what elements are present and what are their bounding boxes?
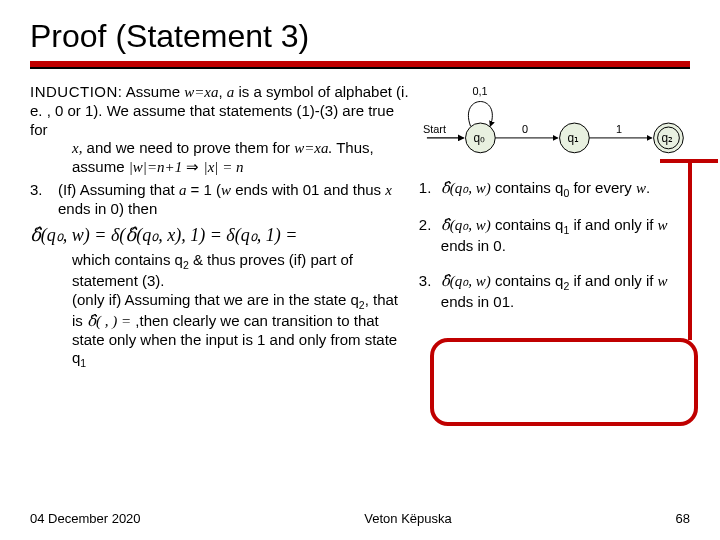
t: ends in 0. (441, 237, 506, 254)
n: 2. (419, 216, 441, 256)
t: . (646, 179, 650, 196)
start-label: Start (423, 123, 446, 135)
automaton-svg: Start q₀ 0,1 0 q₁ 1 (419, 83, 696, 175)
imp: ⇒ (182, 158, 203, 175)
wxa: w=xa (184, 84, 218, 100)
t: ends in 0) then (58, 200, 157, 217)
dh: δ̂(q₀, w) (441, 180, 491, 196)
b: δ̂(q₀, w) contains q0 for every w. (441, 179, 696, 200)
dhat-inline: δ̂( , ) = (87, 313, 131, 329)
w: w (658, 217, 668, 233)
t: if and only if (569, 272, 657, 289)
t: contains q (491, 179, 564, 196)
dh: δ̂(q₀, w) (441, 273, 491, 289)
slide-footer: 04 December 2020 Veton Këpuska 68 (30, 511, 690, 526)
automaton-diagram: Start q₀ 0,1 0 q₁ 1 (419, 83, 696, 175)
item-3: 3. (If) Assuming that a = 1 (w ends with… (30, 181, 413, 219)
t: contains q (491, 216, 564, 233)
x: x (385, 182, 392, 198)
right-column: Start q₀ 0,1 0 q₁ 1 (419, 83, 696, 370)
q0-label: q₀ (473, 131, 485, 145)
induction-label: INDUCTION: (30, 83, 123, 100)
title-rule (30, 61, 690, 69)
edge-01: 0,1 (472, 85, 487, 97)
item-3-body: (If) Assuming that a = 1 (w ends with 01… (58, 181, 413, 219)
statement-1: 1. δ̂(q₀, w) contains q0 for every w. (419, 179, 696, 200)
q2-label: q₂ (661, 131, 673, 145)
statement-2: 2. δ̂(q₀, w) contains q1 if and only if … (419, 216, 696, 256)
q1-label: q₁ (567, 131, 579, 145)
t: which contains q (72, 251, 183, 268)
sub: 1 (80, 357, 86, 369)
edge-0: 0 (522, 123, 528, 135)
induction-paragraph: INDUCTION: Assume w=xa, a is a symbol of… (30, 83, 413, 177)
t: for every (569, 179, 636, 196)
w: w (221, 182, 231, 198)
abs1: |w|=n+1 (129, 159, 183, 175)
b: δ̂(q₀, w) contains q1 if and only if w e… (441, 216, 696, 256)
after-eq: which contains q2 & thus proves (if) par… (30, 251, 413, 371)
t: ends with 01 and thus (231, 181, 385, 198)
n: 3. (419, 272, 441, 312)
edge-1: 1 (616, 123, 622, 135)
item-3-number: 3. (30, 181, 58, 219)
t: and we need to prove them for (82, 139, 294, 156)
left-column: INDUCTION: Assume w=xa, a is a symbol of… (30, 83, 419, 370)
footer-date: 04 December 2020 (30, 511, 141, 526)
statements-list: 1. δ̂(q₀, w) contains q0 for every w. 2.… (419, 179, 696, 312)
t: , (219, 83, 227, 100)
b: δ̂(q₀, w) contains q2 if and only if w e… (441, 272, 696, 312)
content-area: INDUCTION: Assume w=xa, a is a symbol of… (30, 83, 690, 370)
statement-3: 3. δ̂(q₀, w) contains q2 if and only if … (419, 272, 696, 312)
x: x, (72, 140, 82, 156)
t: (If) Assuming that (58, 181, 179, 198)
w: w (636, 180, 646, 196)
w: w (658, 273, 668, 289)
footer-page: 68 (676, 511, 690, 526)
dh: δ̂(q₀, w) (441, 217, 491, 233)
n: 1. (419, 179, 441, 200)
footer-author: Veton Këpuska (364, 511, 451, 526)
t: contains q (491, 272, 564, 289)
t: (only if) Assuming that we are in the st… (72, 291, 359, 308)
induction-hang: x, and we need to prove them for w=xa. T… (30, 139, 413, 177)
t: if and only if (569, 216, 657, 233)
slide-title: Proof (Statement 3) (30, 18, 690, 55)
wxa2: w=xa. (294, 140, 332, 156)
abs2: |x| = n (204, 159, 244, 175)
t: = 1 ( (186, 181, 221, 198)
t: Assume (123, 83, 185, 100)
delta-equation: δ̂(q₀, w) = δ(δ̂(q₀, x), 1) = δ(q₀, 1) = (30, 224, 413, 247)
t: ends in 01. (441, 293, 514, 310)
